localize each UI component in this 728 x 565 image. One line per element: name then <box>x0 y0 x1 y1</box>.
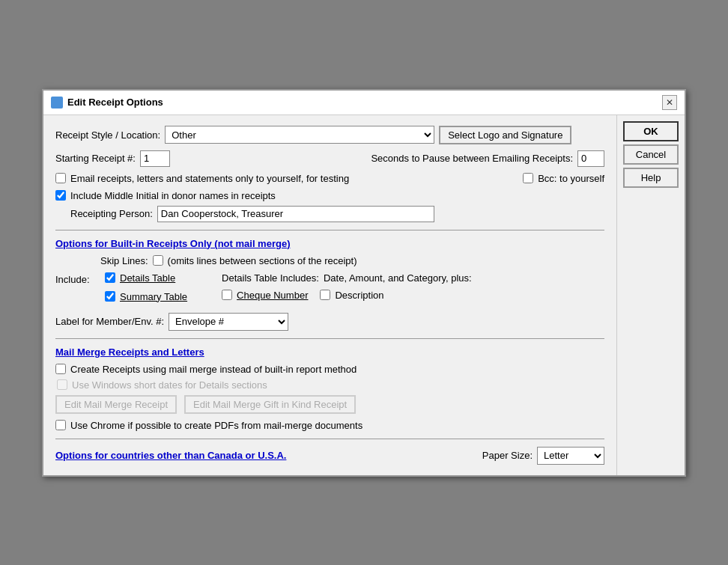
paper-size-row: Options for countries other than Canada … <box>55 447 604 465</box>
use-chrome-label: Use Chrome if possible to create PDFs fr… <box>70 420 363 431</box>
include-middle-initial-checkbox[interactable] <box>55 190 66 201</box>
options-built-in-link[interactable]: Options for Built-in Receipts Only (not … <box>55 238 290 249</box>
close-button[interactable]: ✕ <box>662 95 677 110</box>
email-only-self-row: Email receipts, letters and statements o… <box>55 173 604 184</box>
use-chrome-checkbox[interactable] <box>55 420 66 430</box>
skip-lines-label: Skip Lines: <box>100 255 148 266</box>
starting-receipt-row: Starting Receipt #: Seconds to Pause bet… <box>55 150 604 167</box>
receipt-style-select[interactable]: Other <box>165 126 434 144</box>
paper-size-label: Paper Size: <box>482 450 533 461</box>
summary-table-label: Summary Table <box>120 291 187 302</box>
edit-receipt-options-window: Edit Receipt Options ✕ Receipt Style / L… <box>42 89 686 477</box>
label-member-select[interactable]: Envelope # Member # Other <box>169 313 288 331</box>
window-title: Edit Receipt Options <box>67 97 163 108</box>
cheque-description-row: Cheque Number Description <box>222 290 472 305</box>
label-member-row: Label for Member/Env. #: Envelope # Memb… <box>55 313 604 331</box>
cheque-number-label: Cheque Number <box>237 290 308 301</box>
divider-3 <box>55 439 604 439</box>
use-windows-dates-row: Use Windows short dates for Details sect… <box>57 379 604 391</box>
mail-merge-link-section: Mail Merge Receipts and Letters <box>55 346 604 358</box>
title-bar: Edit Receipt Options ✕ <box>43 91 685 115</box>
skip-lines-note: (omits lines between sections of the rec… <box>168 255 357 266</box>
divider-2 <box>55 338 604 339</box>
main-form: Receipt Style / Location: Other Select L… <box>43 115 617 475</box>
create-receipts-row: Create Receipts using mail merge instead… <box>55 364 604 375</box>
summary-table-row: Summary Table <box>105 291 187 302</box>
include-middle-initial-row: Include Middle Initial in donor names in… <box>55 190 604 201</box>
options-countries-link[interactable]: Options for countries other than Canada … <box>55 450 286 461</box>
receipt-style-row: Receipt Style / Location: Other Select L… <box>55 126 604 144</box>
divider-1 <box>55 230 604 230</box>
edit-mail-merge-gift-button[interactable]: Edit Mail Merge Gift in Kind Receipt <box>184 395 356 414</box>
include-label: Include: <box>55 274 100 285</box>
include-checkboxes: Details Table Summary Table <box>105 272 187 307</box>
mail-merge-link[interactable]: Mail Merge Receipts and Letters <box>55 346 204 358</box>
cheque-number-checkbox[interactable] <box>222 290 232 300</box>
content-area: Receipt Style / Location: Other Select L… <box>43 115 685 475</box>
ok-button[interactable]: OK <box>623 121 679 141</box>
details-table-checkbox[interactable] <box>105 272 115 283</box>
options-link-section: Options for Built-in Receipts Only (not … <box>55 238 604 249</box>
description-row: Description <box>320 290 383 301</box>
include-middle-initial-label: Include Middle Initial in donor names in… <box>70 190 276 201</box>
details-table-includes-row: Details Table Includes: Date, Amount, an… <box>222 272 472 284</box>
starting-receipt-input[interactable] <box>140 150 170 167</box>
edit-mail-merge-button[interactable]: Edit Mail Merge Receipt <box>55 395 177 414</box>
details-includes-section: Details Table Includes: Date, Amount, an… <box>222 272 472 305</box>
receipting-person-input[interactable] <box>157 206 434 222</box>
skip-lines-checkbox[interactable] <box>153 255 163 266</box>
details-table-includes-label: Details Table Includes: <box>222 272 319 284</box>
email-only-self-label: Email receipts, letters and statements o… <box>70 173 349 184</box>
bcc-yourself-label: Bcc: to yourself <box>538 173 604 184</box>
receipting-person-row: Receipting Person: <box>55 206 604 222</box>
use-chrome-row: Use Chrome if possible to create PDFs fr… <box>55 420 604 431</box>
cheque-number-row: Cheque Number <box>222 290 308 301</box>
details-table-includes-value: Date, Amount, and Category, plus: <box>324 272 472 284</box>
email-only-self-checkbox[interactable] <box>55 173 66 183</box>
description-label: Description <box>335 290 383 301</box>
select-logo-button[interactable]: Select Logo and Signature <box>439 126 571 144</box>
use-windows-dates-label: Use Windows short dates for Details sect… <box>72 379 267 391</box>
skip-lines-row: Skip Lines: (omits lines between section… <box>100 255 604 266</box>
help-button[interactable]: Help <box>623 168 679 188</box>
details-table-label: Details Table <box>120 272 175 284</box>
mail-merge-buttons-row: Edit Mail Merge Receipt Edit Mail Merge … <box>55 395 604 414</box>
paper-size-select[interactable]: Letter A4 Legal <box>537 447 604 465</box>
label-member-label: Label for Member/Env. #: <box>55 316 164 327</box>
bcc-yourself-checkbox[interactable] <box>523 173 533 183</box>
receipting-person-label: Receipting Person: <box>70 208 153 219</box>
create-receipts-label: Create Receipts using mail merge instead… <box>70 364 357 375</box>
seconds-pause-label: Seconds to Pause between Emailing Receip… <box>371 153 573 164</box>
sidebar-buttons: OK Cancel Help <box>617 115 685 475</box>
summary-table-checkbox[interactable] <box>105 291 115 302</box>
receipt-style-label: Receipt Style / Location: <box>55 129 160 141</box>
include-row: Include: Details Table Summary Table <box>55 272 604 307</box>
window-icon <box>51 97 63 109</box>
details-table-row: Details Table <box>105 272 187 284</box>
cancel-button[interactable]: Cancel <box>623 144 679 165</box>
starting-receipt-label: Starting Receipt #: <box>55 153 136 164</box>
create-receipts-checkbox[interactable] <box>55 364 66 374</box>
seconds-pause-input[interactable] <box>577 150 604 167</box>
description-checkbox[interactable] <box>320 290 330 300</box>
use-windows-dates-checkbox[interactable] <box>57 379 67 390</box>
